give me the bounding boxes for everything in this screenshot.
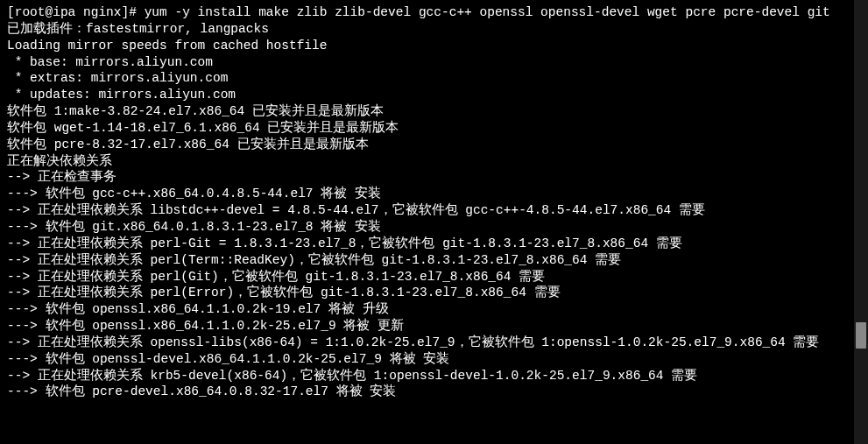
terminal-line: ---> 软件包 gcc-c++.x86_64.0.4.8.5-44.el7 将… [7, 186, 861, 202]
terminal-line: ---> 软件包 pcre-devel.x86_64.0.8.32-17.el7… [7, 384, 861, 400]
terminal-line: ---> 软件包 openssl.x86_64.1.1.0.2k-19.el7 … [7, 301, 861, 318]
terminal-line: 软件包 1:make-3.82-24.el7.x86_64 已安装并且是最新版本 [7, 103, 861, 120]
scrollbar-thumb[interactable] [856, 322, 866, 349]
terminal-line: * base: mirrors.aliyun.com [7, 54, 861, 71]
terminal-line: Loading mirror speeds from cached hostfi… [7, 38, 861, 54]
terminal-line: * updates: mirrors.aliyun.com [7, 87, 861, 103]
terminal-line: ---> 软件包 openssl-devel.x86_64.1.1.0.2k-2… [7, 351, 861, 368]
terminal-line: --> 正在处理依赖关系 perl-Git = 1.8.3.1-23.el7_8… [7, 236, 861, 252]
terminal-line: 软件包 wget-1.14-18.el7_6.1.x86_64 已安装并且是最新… [7, 120, 861, 137]
terminal-line: [root@ipa nginx]# yum -y install make zl… [7, 4, 861, 21]
terminal-line: ---> 软件包 openssl.x86_64.1.1.0.2k-25.el7_… [7, 318, 861, 335]
terminal-line: --> 正在处理依赖关系 perl(Git)，它被软件包 git-1.8.3.1… [7, 269, 861, 285]
terminal-line: * extras: mirrors.aliyun.com [7, 70, 861, 87]
terminal-line: 已加载插件：fastestmirror, langpacks [7, 21, 861, 38]
terminal-line: 软件包 pcre-8.32-17.el7.x86_64 已安装并且是最新版本 [7, 137, 861, 153]
terminal-line: --> 正在处理依赖关系 openssl-libs(x86-64) = 1:1.… [7, 335, 861, 351]
terminal-line: --> 正在处理依赖关系 perl(Error)，它被软件包 git-1.8.3… [7, 285, 861, 301]
terminal-line: --> 正在检查事务 [7, 169, 861, 186]
terminal-line: --> 正在处理依赖关系 perl(Term::ReadKey)，它被软件包 g… [7, 252, 861, 269]
terminal-line: ---> 软件包 git.x86_64.0.1.8.3.1-23.el7_8 将… [7, 219, 861, 236]
terminal-line: --> 正在处理依赖关系 krb5-devel(x86-64)，它被软件包 1:… [7, 368, 861, 384]
terminal-output[interactable]: [root@ipa nginx]# yum -y install make zl… [7, 4, 861, 400]
terminal-line: 正在解决依赖关系 [7, 153, 861, 170]
terminal-line: --> 正在处理依赖关系 libstdc++-devel = 4.8.5-44.… [7, 202, 861, 219]
scrollbar[interactable] [854, 0, 868, 444]
